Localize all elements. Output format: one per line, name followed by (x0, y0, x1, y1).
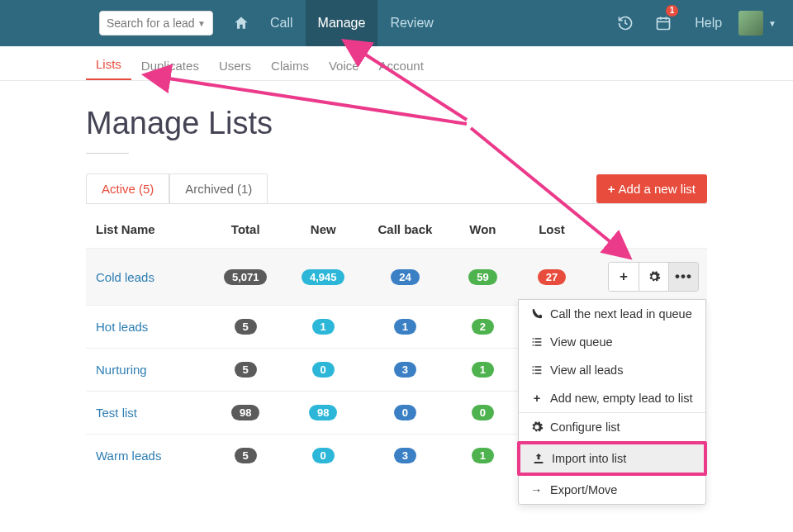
tab-active[interactable]: Active (5) (86, 173, 169, 203)
nav-review[interactable]: Review (378, 0, 445, 46)
history-icon[interactable] (609, 0, 642, 46)
list-link[interactable]: Test list (96, 406, 137, 420)
col-total: Total (207, 204, 284, 249)
arrow-right-icon: → (530, 483, 544, 496)
won-pill: 2 (472, 319, 494, 335)
list-link[interactable]: Nurturing (96, 363, 147, 377)
menu-view-queue-label: View queue (550, 335, 613, 349)
search-input[interactable]: Search for a lead ▼ (99, 11, 213, 36)
callback-pill: 3 (394, 362, 416, 378)
row-dropdown: Call the next lead in queue View queue V… (518, 299, 706, 505)
gear-icon (648, 270, 661, 283)
col-callback: Call back (362, 204, 448, 249)
menu-export-label: Export/Move (550, 483, 617, 496)
subnav-duplicates[interactable]: Duplicates (131, 50, 209, 80)
col-name: List Name (86, 204, 207, 249)
subnav-users[interactable]: Users (209, 50, 261, 80)
total-pill: 5 (235, 362, 257, 378)
col-actions (586, 204, 707, 249)
row-actions: + ••• (608, 262, 699, 292)
account-caret-icon[interactable]: ▼ (768, 19, 776, 28)
table-row: Cold leads5,0714,945245927 + ••• (86, 249, 707, 306)
col-won: Won (449, 204, 518, 249)
won-pill: 1 (472, 362, 494, 378)
nav-help[interactable]: Help (680, 0, 730, 46)
callback-pill: 0 (394, 405, 416, 420)
subnav-lists[interactable]: Lists (86, 49, 131, 80)
subnav-claims[interactable]: Claims (261, 50, 319, 80)
lost-pill: 27 (538, 269, 566, 285)
add-list-button[interactable]: + Add a new list (596, 174, 707, 203)
settings-button[interactable] (639, 263, 668, 291)
plus-icon: + (530, 392, 544, 405)
callback-pill: 1 (394, 319, 416, 335)
upload-icon (532, 452, 545, 465)
plus-icon: + (608, 182, 619, 196)
add-list-label: Add a new list (619, 182, 696, 196)
gear-icon (530, 420, 544, 434)
menu-configure[interactable]: Configure list (519, 413, 705, 441)
table-header: List Name Total New Call back Won Lost (86, 204, 707, 249)
won-pill: 1 (472, 448, 494, 463)
nav-call[interactable]: Call (258, 0, 306, 46)
menu-call-next[interactable]: Call the next lead in queue (519, 300, 705, 328)
col-lost: Lost (517, 204, 586, 249)
more-button[interactable]: ••• (668, 263, 698, 291)
nav-manage[interactable]: Manage (306, 0, 378, 46)
home-icon[interactable] (225, 0, 258, 46)
col-new: New (284, 204, 362, 249)
menu-call-next-label: Call the next lead in queue (550, 307, 692, 321)
new-pill: 98 (309, 405, 337, 420)
menu-add-lead-label: Add new, empty lead to list (550, 392, 693, 405)
new-pill: 1 (312, 319, 335, 335)
total-pill: 5 (235, 319, 257, 335)
tab-archived[interactable]: Archived (1) (169, 173, 268, 203)
add-button[interactable]: + (609, 263, 639, 291)
list-icon (530, 363, 544, 377)
new-pill: 4,945 (302, 269, 345, 285)
page-title: Manage Lists (86, 106, 707, 141)
total-pill: 5 (235, 448, 257, 463)
avatar[interactable] (738, 11, 763, 36)
menu-import-label: Import into list (552, 452, 626, 465)
menu-export[interactable]: → Export/Move (519, 476, 705, 504)
total-pill: 98 (231, 405, 259, 420)
top-nav: Search for a lead ▼ Call Manage Review 1… (0, 0, 793, 46)
svg-rect-0 (658, 18, 670, 29)
list-link[interactable]: Hot leads (96, 320, 148, 334)
list-link[interactable]: Cold leads (96, 270, 154, 284)
list-ol-icon (530, 335, 544, 349)
menu-view-all[interactable]: View all leads (519, 356, 705, 384)
subnav-account[interactable]: Account (369, 50, 434, 80)
title-underline (86, 153, 129, 154)
subnav: Lists Duplicates Users Claims Voice Acco… (0, 46, 793, 81)
callback-pill: 3 (394, 448, 416, 463)
callback-pill: 24 (391, 269, 419, 285)
calendar-badge: 1 (666, 5, 679, 17)
new-pill: 0 (312, 448, 335, 463)
menu-view-all-label: View all leads (550, 363, 623, 377)
total-pill: 5,071 (224, 269, 268, 285)
list-tabs: Active (5) Archived (1) + Add a new list (86, 173, 707, 203)
won-pill: 59 (468, 269, 496, 285)
list-link[interactable]: Warm leads (96, 449, 161, 463)
subnav-voice[interactable]: Voice (319, 50, 369, 80)
menu-import[interactable]: Import into list (520, 444, 704, 473)
menu-view-queue[interactable]: View queue (519, 328, 705, 356)
menu-configure-label: Configure list (550, 420, 620, 434)
menu-add-lead[interactable]: + Add new, empty lead to list (519, 384, 705, 412)
won-pill: 0 (472, 405, 494, 420)
new-pill: 0 (312, 362, 335, 378)
calendar-icon[interactable]: 1 (647, 0, 680, 46)
chevron-down-icon: ▼ (197, 19, 206, 28)
phone-icon (530, 307, 544, 321)
annotation-import-highlight: Import into list (517, 441, 707, 476)
search-placeholder: Search for a lead (107, 17, 195, 30)
